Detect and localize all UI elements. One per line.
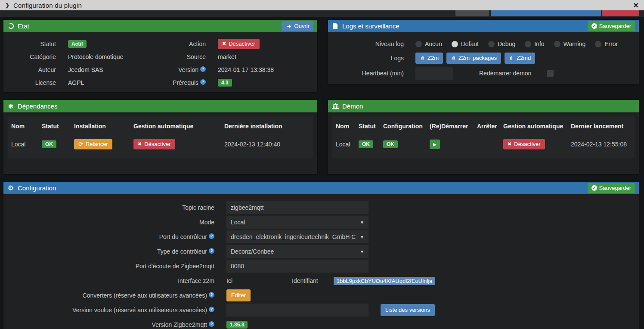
- help-icon[interactable]: ?: [209, 292, 214, 298]
- file-icon: [332, 23, 339, 29]
- demon-table-header: Nom Statut Configuration (Re)Démarrer Ar…: [332, 117, 635, 135]
- bank-icon: [332, 103, 339, 109]
- partial-button-gray[interactable]: [455, 10, 489, 16]
- prerequis-badge: 4.3: [218, 79, 232, 87]
- converters-label: Converters (réservé aux utilisateurs ava…: [3, 292, 214, 299]
- controller-type-select[interactable]: Deconz/Conbee▼: [226, 245, 368, 258]
- log-level-error[interactable]: Error: [595, 40, 618, 47]
- radio-icon: [595, 41, 601, 47]
- z2m-version-badge: 1.35.3: [226, 321, 248, 329]
- action-label: Action: [163, 40, 206, 47]
- controller-type-label: Type de contrôleur?: [3, 248, 214, 255]
- z2m-version-label: Version Zigbee2mqtt?: [3, 321, 214, 328]
- controller-type-row: Type de contrôleur? Deconz/Conbee▼: [3, 244, 639, 259]
- mode-select[interactable]: Local▼: [226, 216, 368, 229]
- asterisk-icon: ✱: [7, 102, 14, 110]
- partial-button-red[interactable]: [602, 10, 639, 16]
- configuration-save-label: Sauvegarder: [599, 185, 631, 191]
- wanted-version-label: Version voulue (réservé aux utilisateurs…: [3, 307, 214, 313]
- log-file-z2m-button[interactable]: Z2m: [415, 53, 443, 64]
- demon-name: Local: [336, 141, 359, 148]
- modal-titlebar: ❯ Configuration du plugin ✕: [0, 0, 644, 10]
- dep-last-install-date: 2024-02-13 12:40:40: [224, 141, 310, 148]
- source-label: Source: [163, 53, 206, 60]
- disable-daemon-auto-button[interactable]: ✖Désactiver: [503, 139, 545, 149]
- etat-row-license: License AGPL Prérequis? 4.3: [3, 76, 317, 89]
- log-level-label: Niveau log: [328, 40, 404, 47]
- topic-input[interactable]: [226, 201, 368, 214]
- table-row: Local OK OK ▶ ✖Désactiver 2024-02-13 12:…: [332, 135, 635, 153]
- page-title: Configuration du plugin: [13, 2, 82, 9]
- log-level-aucun[interactable]: Aucun: [415, 40, 442, 47]
- restart-daemon-checkbox[interactable]: [547, 70, 554, 77]
- help-icon[interactable]: ?: [209, 248, 214, 254]
- col-configuration: Configuration: [383, 123, 430, 130]
- log-file-z2m-packages-button[interactable]: Z2m_packages: [446, 53, 501, 64]
- help-icon[interactable]: ?: [209, 307, 214, 312]
- controller-port-select[interactable]: dresden_elektronik_ingenieurtechnik_GmbH…: [226, 230, 368, 243]
- heartbeat-input[interactable]: [415, 67, 453, 80]
- radio-icon: [488, 41, 495, 47]
- open-button[interactable]: Ouvrir: [282, 21, 313, 31]
- help-icon[interactable]: ?: [209, 321, 214, 327]
- configuration-panel-title: Configuration: [18, 184, 56, 192]
- source-value: market: [206, 53, 236, 60]
- logs-save-button[interactable]: ✔ Sauvegarder: [588, 21, 635, 31]
- configuration-save-button[interactable]: ✔ Sauvegarder: [588, 183, 635, 193]
- etat-row-statut: Statut Actif Action ✖Désactiver: [3, 37, 317, 50]
- dependances-panel-header: ✱ Dépendances: [3, 100, 317, 112]
- help-icon[interactable]: ?: [209, 233, 214, 239]
- col-dernier-lancement: Dernier lancement: [571, 123, 631, 130]
- configuration-panel-header: ⚙ Configuration ✔ Sauvegarder: [3, 182, 639, 194]
- relaunch-dependencies-button[interactable]: ⟳Relancer: [74, 139, 112, 149]
- col-redemarrer: (Re)Démarrer: [430, 123, 477, 130]
- col-statut: Statut: [42, 123, 74, 130]
- listen-port-label: Port d'écoute de Zigbee2mqtt: [3, 263, 214, 270]
- share-arrow-icon: [285, 23, 292, 29]
- start-daemon-button[interactable]: ▶: [430, 140, 440, 149]
- log-level-defaut[interactable]: Defaut: [452, 40, 479, 47]
- demon-config-badge: OK: [383, 140, 398, 148]
- log-level-warning[interactable]: Warning: [554, 40, 586, 47]
- identifiant-value[interactable]: 1bbL9pxkCbYUOu4XfAUqdl2fEuUlnlja: [334, 277, 436, 285]
- wanted-version-input[interactable]: [226, 304, 368, 317]
- disable-auto-management-button[interactable]: ✖Désactiver: [133, 139, 175, 149]
- edit-converters-button[interactable]: Editer: [226, 289, 251, 301]
- paperclip-icon: [509, 55, 514, 61]
- log-file-z2md-button[interactable]: Z2md: [505, 53, 535, 64]
- col-statut: Statut: [359, 123, 383, 130]
- versions-list-button[interactable]: Liste des versions: [381, 304, 435, 316]
- interface-link[interactable]: Ici: [226, 277, 292, 284]
- dependances-table: Nom Statut Installation Gestion automati…: [8, 116, 313, 158]
- etat-panel-title: Etat: [18, 22, 29, 30]
- log-level-debug[interactable]: Debug: [488, 40, 515, 47]
- wanted-version-row: Version voulue (réservé aux utilisateurs…: [3, 303, 639, 317]
- listen-port-row: Port d'écoute de Zigbee2mqtt: [3, 259, 639, 273]
- help-icon[interactable]: ?: [200, 66, 206, 72]
- demon-status-badge: OK: [359, 140, 373, 148]
- listen-port-input[interactable]: [226, 260, 368, 273]
- dep-status-badge: OK: [42, 140, 56, 148]
- log-level-row: Niveau log Aucun Defaut Debug Info Warni…: [328, 37, 639, 50]
- play-icon: ▶: [433, 142, 437, 147]
- x-icon: ✖: [508, 141, 511, 147]
- partial-button-blue[interactable]: [491, 10, 601, 16]
- dependances-panel: ✱ Dépendances Nom Statut Installation Ge…: [3, 100, 317, 174]
- license-label: License: [3, 79, 56, 86]
- help-icon[interactable]: ?: [200, 79, 206, 85]
- dependances-table-header: Nom Statut Installation Gestion automati…: [8, 117, 313, 135]
- statut-badge: Actif: [68, 40, 87, 48]
- dep-name: Local: [11, 141, 42, 148]
- configuration-panel: ⚙ Configuration ✔ Sauvegarder Topic raci…: [3, 182, 639, 329]
- check-circle-icon: ✔: [591, 185, 597, 191]
- radio-selected-icon: [452, 41, 458, 47]
- prerequis-label: Prérequis?: [163, 79, 206, 86]
- log-level-info[interactable]: Info: [525, 40, 544, 47]
- heartbeat-label: Heartbeat (min): [328, 70, 404, 77]
- col-arreter: Arrêter: [477, 123, 503, 130]
- close-icon[interactable]: ✕: [633, 1, 639, 9]
- disable-plugin-button[interactable]: ✖Désactiver: [218, 39, 260, 49]
- etat-panel: Etat Ouvrir Statut Actif Action ✖Désacti…: [3, 20, 317, 92]
- log-files-row: Logs Z2m Z2m_packages Z2md: [328, 50, 639, 66]
- etat-row-categorie: Catégorie Protocole domotique Source mar…: [3, 50, 317, 63]
